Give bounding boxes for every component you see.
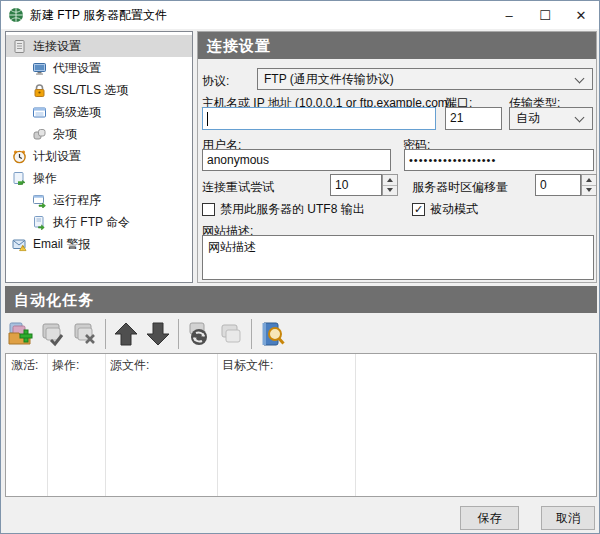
cancel-button[interactable]: 取消 (541, 506, 595, 530)
svg-text:!: ! (22, 246, 23, 251)
protocol-value: FTP (通用文件传输协议) (264, 72, 394, 86)
passive-mode-checkbox[interactable]: ✓ (412, 203, 425, 216)
spin-up-icon[interactable] (582, 175, 596, 185)
column-divider (105, 354, 106, 496)
add-task-icon (7, 320, 35, 348)
toolbar-separator (178, 319, 179, 349)
text-caret (207, 112, 208, 126)
sidebar-item-label: SSL/TLS 选项 (53, 82, 128, 99)
sidebar-item-actions[interactable]: 操作 (6, 167, 192, 189)
toolbar-separator (251, 319, 252, 349)
utf8-checkbox[interactable] (202, 203, 215, 216)
passive-mode-checkbox-row[interactable]: ✓ 被动模式 (412, 201, 478, 218)
column-header-target-file[interactable]: 目标文件: (222, 357, 273, 374)
password-input[interactable]: •••••••••••••••••• (404, 149, 594, 171)
close-button[interactable]: ✕ (563, 1, 599, 29)
dialog-window: 新建 FTP 服务器配置文件 – ☐ ✕ 连接设置 代理设置 SSL/TLS 选… (0, 0, 600, 534)
view-log-button[interactable] (256, 318, 288, 350)
host-input[interactable] (202, 107, 436, 130)
retry-input[interactable]: 10 (330, 174, 382, 196)
task-table[interactable]: 激活: 操作: 源文件: 目标文件: (5, 353, 597, 497)
sidebar-item-proxy-settings[interactable]: 代理设置 (6, 57, 192, 79)
username-input[interactable]: anonymous (202, 149, 391, 171)
protocol-select[interactable]: FTP (通用文件传输协议) (257, 68, 593, 90)
retry-spinner[interactable] (382, 174, 398, 196)
run-tasks-icon (185, 320, 213, 348)
sidebar-item-label: 连接设置 (33, 38, 81, 55)
column-header-operation[interactable]: 操作: (52, 357, 79, 374)
delete-task-icon (71, 320, 99, 348)
toolbar-separator (105, 319, 106, 349)
column-divider (355, 354, 356, 496)
sidebar-item-label: Email 警报 (33, 236, 90, 253)
edit-task-icon (39, 320, 67, 348)
column-header-source-file[interactable]: 源文件: (110, 357, 149, 374)
column-divider (47, 354, 48, 496)
sidebar-item-label: 代理设置 (53, 60, 101, 77)
delete-task-button[interactable] (69, 318, 101, 350)
settings-tree: 连接设置 代理设置 SSL/TLS 选项 高级选项 杂项 (5, 31, 193, 283)
titlebar: 新建 FTP 服务器配置文件 – ☐ ✕ (1, 1, 599, 29)
app-icon (8, 7, 24, 23)
sidebar-item-label: 高级选项 (53, 104, 101, 121)
sidebar-item-label: 操作 (33, 170, 57, 187)
sidebar-item-miscellaneous[interactable]: 杂项 (6, 123, 192, 145)
automation-tasks-header: 自动化任务 (5, 286, 597, 313)
spin-down-icon[interactable] (383, 185, 397, 196)
column-divider (217, 354, 218, 496)
connection-settings-panel: 连接设置 协议: FTP (通用文件传输协议) 主机名或 IP 地址 (10.0… (197, 31, 597, 283)
sidebar-item-advanced-options[interactable]: 高级选项 (6, 101, 192, 123)
actions-icon (12, 171, 27, 186)
timezone-label: 服务器时区偏移量 (412, 179, 508, 196)
passive-mode-checkbox-label: 被动模式 (430, 201, 478, 218)
misc-icon (32, 127, 47, 142)
schedule-clock-icon (12, 149, 27, 164)
sidebar-item-schedule-settings[interactable]: 计划设置 (6, 145, 192, 167)
advanced-options-icon (32, 105, 47, 120)
run-program-icon (32, 193, 47, 208)
protocol-label: 协议: (202, 73, 229, 90)
utf8-checkbox-row[interactable]: 禁用此服务器的 UTF8 输出 (202, 201, 365, 218)
sidebar-item-connection-settings[interactable]: 连接设置 (6, 35, 192, 57)
transfer-type-value: 自动 (516, 111, 540, 125)
window-title: 新建 FTP 服务器配置文件 (30, 7, 491, 24)
sidebar-item-label: 执行 FTP 命令 (53, 214, 130, 231)
move-up-button[interactable] (110, 318, 142, 350)
move-down-button[interactable] (142, 318, 174, 350)
run-tasks-button[interactable] (183, 318, 215, 350)
connection-settings-header: 连接设置 (198, 32, 596, 59)
spin-up-icon[interactable] (383, 175, 397, 185)
sidebar-item-email-alerts[interactable]: ! Email 警报 (6, 233, 192, 255)
column-header-active[interactable]: 激活: (11, 357, 38, 374)
sidebar-item-label: 计划设置 (33, 148, 81, 165)
view-log-icon (258, 320, 286, 348)
sidebar-item-execute-ftp-command[interactable]: 执行 FTP 命令 (6, 211, 192, 233)
minimize-button[interactable]: – (491, 1, 527, 29)
utf8-checkbox-label: 禁用此服务器的 UTF8 输出 (220, 201, 365, 218)
sidebar-item-run-program[interactable]: 运行程序 (6, 189, 192, 211)
proxy-monitor-icon (32, 61, 47, 76)
add-task-button[interactable] (5, 318, 37, 350)
sidebar-item-ssl-tls-options[interactable]: SSL/TLS 选项 (6, 79, 192, 101)
save-button[interactable]: 保存 (460, 506, 519, 530)
chevron-down-icon (575, 74, 585, 84)
retry-label: 连接重试尝试 (202, 179, 274, 196)
sidebar-item-label: 杂项 (53, 126, 77, 143)
move-up-icon (112, 320, 140, 348)
automation-toolbar (5, 315, 597, 352)
email-alert-icon: ! (12, 237, 27, 252)
move-down-icon (144, 320, 172, 348)
ftp-command-icon (32, 215, 47, 230)
timezone-input[interactable]: 0 (535, 174, 581, 196)
maximize-button[interactable]: ☐ (527, 1, 563, 29)
lock-icon (32, 83, 47, 98)
description-textarea[interactable]: 网站描述 (202, 235, 594, 280)
spin-down-icon[interactable] (582, 185, 596, 196)
edit-task-button[interactable] (37, 318, 69, 350)
duplicate-task-button[interactable] (215, 318, 247, 350)
chevron-down-icon (575, 113, 585, 123)
timezone-spinner[interactable] (581, 174, 597, 196)
duplicate-task-icon (217, 320, 245, 348)
transfer-type-select[interactable]: 自动 (509, 107, 593, 130)
port-input[interactable]: 21 (445, 107, 502, 130)
